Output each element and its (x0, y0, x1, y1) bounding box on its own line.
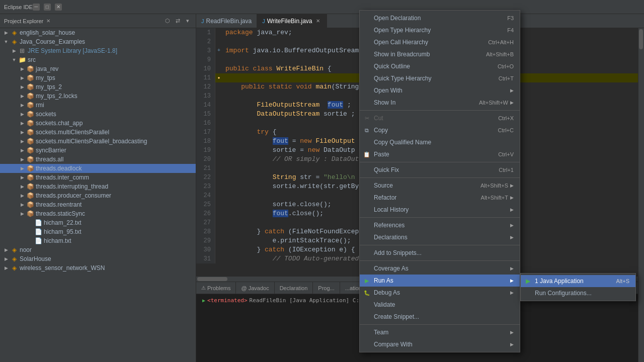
menu-item-team[interactable]: Team ▶ (360, 326, 520, 338)
menu-item-quick-type-hierarchy[interactable]: Quick Type Hierarchy Ctrl+T (360, 72, 520, 84)
tree-arrow: ▶ (2, 29, 10, 37)
tree-item-threads-deadlock[interactable]: ▶ 📦 threads.deadlock (0, 164, 196, 173)
menu-item-source[interactable]: Source Alt+Shift+S ▶ (360, 179, 520, 192)
tree-item-my-tps-2[interactable]: ▶ 📦 my_tps_2 (0, 82, 196, 92)
menu-shortcut: Ctrl+1 (499, 167, 514, 173)
tree-item-wireless[interactable]: ▶ ◈ wireless_sensor_network_WSN (0, 263, 196, 273)
copy-qual-icon (363, 138, 371, 146)
menu-item-copy[interactable]: ⧉ Copy Ctrl+C (360, 124, 520, 136)
tree-item-threads-interrupting[interactable]: ▶ 📦 threads.interrupting_thread (0, 182, 196, 191)
menu-item-declarations[interactable]: Declarations ▶ (360, 231, 520, 243)
maximize-button[interactable]: □ (44, 4, 51, 11)
tree-item-my-tps[interactable]: ▶ 📦 my_tps (0, 73, 196, 82)
tree-item-java-course-examples[interactable]: ▼ ◈ Java_Course_Examples (0, 37, 196, 46)
tree-item-hicham[interactable]: ▶ 📄 hicham.txt (0, 236, 196, 245)
menu-item-open-type-hierarchy[interactable]: Open Type Hierarchy F4 (360, 24, 520, 36)
menu-item-references[interactable]: References ▶ (360, 219, 520, 231)
menu-item-quick-fix[interactable]: Quick Fix Ctrl+1 (360, 164, 520, 176)
menu-separator (360, 162, 520, 162)
menu-item-compare-with[interactable]: Compare With ▶ (360, 338, 520, 350)
menu-item-open-call-hierarchy[interactable]: Open Call Hierarchy Ctrl+Alt+H (360, 36, 520, 48)
menu-item-show-in[interactable]: Show In Alt+Shift+W ▶ (360, 97, 520, 109)
tree-item-hicham95[interactable]: ▶ 📄 hicham_95.txt (0, 227, 196, 236)
menu-item-validate[interactable]: Validate (360, 299, 520, 311)
lib-icon: ⊞ (18, 47, 26, 55)
tree-arrow: ▶ (18, 210, 26, 218)
menu-item-open-with[interactable]: Open With ▶ (360, 84, 520, 97)
tree-item-java-rev[interactable]: ▶ 📦 java_rev (0, 64, 196, 73)
java-app-icon: ▶ (524, 277, 532, 285)
tab-close-button[interactable]: ✕ (314, 18, 321, 25)
tree-item-src[interactable]: ▼ 📁 src (0, 55, 196, 64)
tree-item-sockets[interactable]: ▶ 📦 sockets (0, 110, 196, 119)
link-editor-button[interactable]: ⇄ (174, 17, 182, 25)
submenu-item-run-configurations[interactable]: Run Configurations... (521, 287, 635, 299)
tree-item-threads-staticsync[interactable]: ▶ 📦 threads.staticSync (0, 209, 196, 218)
submenu-arrow-icon: ▶ (510, 88, 514, 93)
menu-item-open-declaration[interactable]: Open Declaration F3 (360, 12, 520, 24)
tree-item-threads-inter[interactable]: ▶ 📦 threads.inter_comm (0, 173, 196, 182)
tab-readfilebin[interactable]: J ReadFileBin.java (196, 14, 257, 28)
tree-item-jre-system[interactable]: ▶ ⊞ JRE System Library [JavaSE-1.8] (0, 46, 196, 55)
tree-item-threads-all[interactable]: ▶ 📦 threads.all (0, 155, 196, 164)
collapse-all-button[interactable]: ⬡ (164, 17, 172, 25)
tab-writefilebin[interactable]: J WriteFileBin.java ✕ (257, 14, 327, 28)
tab-declaration[interactable]: Declaration (275, 282, 313, 294)
tree-item-solarhouse[interactable]: ▶ ◈ SolarHouse (0, 254, 196, 263)
tree-item-my-tps-2-locks[interactable]: ▶ 📦 my_tps_2.locks (0, 92, 196, 101)
tree-item-english-solar-house[interactable]: ▶ ◈ english_solar_house (0, 28, 196, 37)
tree-item-sockets-multi[interactable]: ▶ 📦 sockets.multiClientsParallel (0, 128, 196, 137)
tab-java-icon: J (262, 18, 265, 24)
tree-arrow: ▶ (18, 83, 26, 91)
tab-problems[interactable]: ⚠ Problems (196, 282, 236, 294)
tree-item-noor[interactable]: ▶ ◈ noor (0, 245, 196, 254)
sidebar: Project Explorer ✕ ⬡ ⇄ ▾ ▶ ◈ english_sol… (0, 14, 196, 362)
project-icon: ◈ (10, 255, 18, 263)
menu-label: Create Snippet... (374, 313, 504, 320)
tree-item-threads-reentrant[interactable]: ▶ 📦 threads.reentrant (0, 200, 196, 209)
close-button[interactable]: ✕ (55, 4, 62, 11)
menu-shortcut: Ctrl+X (498, 115, 514, 121)
menu-item-run-as[interactable]: ▶ Run As ▶ ▶ 1 Java Application Alt+S Ru… (360, 275, 520, 287)
menu-item-refactor[interactable]: Refactor Alt+Shift+T ▶ (360, 192, 520, 204)
horizontal-thumb[interactable] (197, 277, 227, 281)
package-icon: 📦 (26, 137, 34, 145)
right-scrollbar-thumb[interactable] (639, 29, 643, 49)
menu-item-show-breadcrumb[interactable]: Show in Breadcrumb Alt+Shift+B (360, 48, 520, 60)
menu-item-add-snippets[interactable]: Add to Snippets... (360, 247, 520, 259)
tree-item-rmi[interactable]: ▶ 📦 rmi (0, 101, 196, 110)
tree-item-threads-producer[interactable]: ▶ 📦 threads.producer_consumer (0, 191, 196, 200)
tab-javadoc[interactable]: @ Javadoc (236, 282, 274, 294)
project-icon: ◈ (10, 38, 18, 46)
menu-item-debug-as[interactable]: 🐛 Debug As ▶ (360, 287, 520, 299)
sidebar-title: Project Explorer (4, 18, 43, 24)
run-as-icon: ▶ (363, 277, 371, 285)
line-number: 25 (196, 200, 215, 209)
tree-item-syncbarrier[interactable]: ▶ 📦 syncBarrier (0, 146, 196, 155)
folder-icon: 📁 (18, 56, 26, 64)
team-icon (363, 328, 371, 336)
menu-item-coverage-as[interactable]: Coverage As ▶ (360, 262, 520, 275)
menu-item-paste[interactable]: 📋 Paste Ctrl+V (360, 148, 520, 160)
menu-item-local-history[interactable]: Local History ▶ (360, 204, 520, 216)
submenu-shortcut: Alt+S (616, 278, 629, 284)
menu-item-copy-qualified-name[interactable]: Copy Qualified Name (360, 136, 520, 148)
submenu-item-java-application[interactable]: ▶ 1 Java Application Alt+S (521, 275, 635, 287)
line-marker (215, 200, 222, 209)
line-marker (215, 209, 222, 218)
line-marker: ⬥ (215, 73, 222, 82)
package-icon: 📦 (26, 201, 34, 209)
submenu-arrow-icon: ▶ (510, 223, 514, 228)
menu-item-create-snippet[interactable]: Create Snippet... (360, 311, 520, 323)
sidebar-close-icon[interactable]: ✕ (46, 18, 50, 24)
tab-progress[interactable]: Prog... (313, 282, 340, 294)
tree-item-hicham22[interactable]: ▶ 📄 hicham_22.txt (0, 218, 196, 227)
minimize-button[interactable]: ─ (33, 4, 40, 11)
menu-shortcut: Ctrl+T (499, 75, 514, 81)
tree-item-sockets-chat[interactable]: ▶ 📦 sockets.chat_app (0, 119, 196, 128)
tree-item-sockets-broadcast[interactable]: ▶ 📦 sockets.multiClientsParallel_broadca… (0, 137, 196, 146)
titlebar-title: Eclipse IDE (4, 4, 33, 10)
menu-item-quick-outline[interactable]: Quick Outline Ctrl+O (360, 60, 520, 72)
line-marker (215, 82, 222, 92)
sidebar-menu-button[interactable]: ▾ (184, 17, 192, 25)
